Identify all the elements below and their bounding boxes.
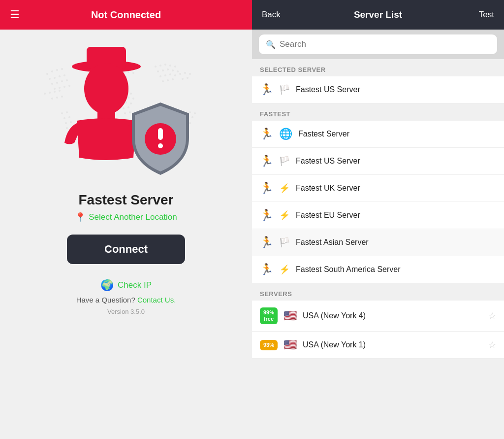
server-name: Fastest US Server (296, 85, 360, 94)
server-name: Fastest UK Server (296, 184, 360, 193)
server-name: Fastest US Server (296, 157, 360, 166)
left-panel: ☰ Not Connected (0, 0, 252, 439)
search-input[interactable] (280, 39, 490, 49)
question-text: Have a Question? (76, 296, 135, 304)
hero-image (57, 44, 195, 182)
lightning-flag-icon: ⚡ (279, 264, 290, 275)
run-icon: 🏃 (260, 236, 273, 249)
svg-point-1 (51, 70, 53, 72)
location-row: 📍 Select Another Location (75, 212, 177, 223)
us-flag-icon: 🇺🇸 (284, 309, 297, 322)
version-text: Version 3.5.0 (107, 308, 145, 315)
shield-icon (126, 99, 195, 177)
run-icon: 🏃 (260, 128, 273, 140)
svg-point-17 (49, 92, 51, 94)
svg-point-84 (84, 63, 128, 114)
section-label-2: SERVERS (252, 283, 504, 301)
section-label-1: FASTEST (252, 103, 504, 121)
server-name: Fastest Asian Server (296, 238, 369, 247)
question-row: Have a Question? Contact Us. (76, 296, 176, 304)
svg-rect-87 (158, 128, 163, 140)
flag-icon: 🏳️ (279, 156, 290, 167)
server-name: USA (New York 1) (303, 340, 366, 349)
globe-flag-icon: 🌐 (279, 128, 292, 140)
search-box: 🔍 (259, 34, 497, 54)
back-button[interactable]: Back (262, 10, 291, 20)
connection-status-title: Not Connected (91, 9, 161, 21)
star-icon[interactable]: ☆ (488, 310, 496, 321)
svg-point-18 (54, 91, 56, 93)
server-item[interactable]: 🏃 ⚡ Fastest EU Server (252, 202, 504, 229)
server-item[interactable]: 🏃 🌐 Fastest Server (252, 121, 504, 148)
svg-point-16 (44, 93, 46, 95)
flag-icon: 🏳️ (279, 84, 290, 95)
contact-link[interactable]: Contact Us. (137, 296, 176, 304)
menu-icon[interactable]: ☰ (10, 8, 20, 21)
right-panel: Back Server List Test 🔍 SELECTED SERVER … (252, 0, 504, 439)
svg-point-12 (54, 88, 56, 90)
server-list: SELECTED SERVER 🏃 🏳️ Fastest US Server F… (252, 59, 504, 439)
globe-icon: 🌍 (100, 279, 114, 292)
star-icon[interactable]: ☆ (488, 339, 496, 350)
search-icon: 🔍 (266, 40, 276, 49)
server-item[interactable]: 🏃 ⚡ Fastest South America Server (252, 256, 504, 283)
lightning-flag-icon: ⚡ (279, 210, 290, 221)
free-badge: 99%free (260, 307, 278, 324)
server-item[interactable]: 93% 🇺🇸 USA (New York 1) ☆ (252, 332, 504, 359)
server-item[interactable]: 🏃 ⚡ Fastest UK Server (252, 175, 504, 202)
server-name: Fastest EU Server (296, 211, 360, 220)
run-icon: 🏃 (260, 209, 273, 222)
server-name: USA (New York 4) (303, 311, 366, 320)
flag-icon: 🏳️ (279, 237, 290, 248)
search-container: 🔍 (252, 30, 504, 59)
svg-point-22 (51, 98, 53, 100)
section-label-0: SELECTED SERVER (252, 59, 504, 76)
left-header: ☰ Not Connected (0, 0, 252, 30)
server-name: Fastest Server (298, 130, 349, 138)
run-icon: 🏃 (260, 83, 273, 96)
server-item[interactable]: 99%free 🇺🇸 USA (New York 4) ☆ (252, 301, 504, 332)
test-button[interactable]: Test (465, 10, 494, 20)
server-list-title: Server List (291, 9, 465, 20)
selected-server-name: Fastest Server (78, 192, 173, 208)
us-flag-icon: 🇺🇸 (284, 338, 297, 351)
server-item[interactable]: 🏃 🏳️ Fastest Asian Server (252, 229, 504, 256)
svg-point-5 (54, 77, 56, 79)
free-badge: 93% (260, 340, 278, 350)
svg-point-0 (46, 73, 48, 75)
svg-point-4 (49, 78, 51, 80)
connect-button[interactable]: Connect (67, 235, 185, 264)
right-header: Back Server List Test (252, 0, 504, 30)
run-icon: 🏃 (260, 182, 273, 195)
check-ip-row: 🌍 Check IP (100, 279, 152, 292)
svg-point-8 (51, 83, 53, 85)
server-name: Fastest South America Server (296, 265, 401, 274)
svg-point-88 (158, 143, 163, 148)
left-content: Fastest Server 📍 Select Another Location… (0, 30, 252, 439)
run-icon: 🏃 (260, 263, 273, 276)
run-icon: 🏃 (260, 155, 273, 168)
server-item[interactable]: 🏃 🏳️ Fastest US Server (252, 148, 504, 175)
check-ip-link[interactable]: Check IP (118, 280, 152, 290)
select-location-link[interactable]: Select Another Location (89, 212, 177, 222)
location-pin-icon: 📍 (75, 212, 86, 223)
lightning-flag-icon: ⚡ (279, 183, 290, 194)
server-item[interactable]: 🏃 🏳️ Fastest US Server (252, 76, 504, 103)
